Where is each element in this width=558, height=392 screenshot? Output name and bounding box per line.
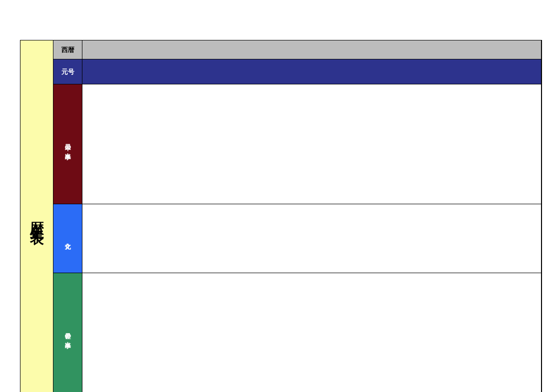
content-culture xyxy=(82,204,542,273)
row-era: 元号 xyxy=(53,59,542,84)
row-culture: 文化 xyxy=(53,204,542,273)
title-column: 歴史年表 xyxy=(20,40,53,392)
content-japan-events xyxy=(82,84,542,204)
rows-column: 西暦 元号 日本の出来事 文化 世界の出来事 xyxy=(53,40,542,392)
row-western-year: 西暦 xyxy=(53,40,542,59)
label-japan-events: 日本の出来事 xyxy=(53,84,82,204)
label-era: 元号 xyxy=(53,59,82,84)
label-culture: 文化 xyxy=(53,204,82,273)
label-world-events: 世界の出来事 xyxy=(53,273,82,392)
content-era xyxy=(82,59,542,84)
row-world-events: 世界の出来事 xyxy=(53,273,542,392)
label-western-year: 西暦 xyxy=(53,40,82,59)
row-japan-events: 日本の出来事 xyxy=(53,84,542,204)
timeline-table: 歴史年表 西暦 元号 日本の出来事 文化 xyxy=(20,40,542,392)
content-western-year xyxy=(82,40,542,59)
content-world-events xyxy=(82,273,542,392)
table-title: 歴史年表 xyxy=(27,211,46,223)
